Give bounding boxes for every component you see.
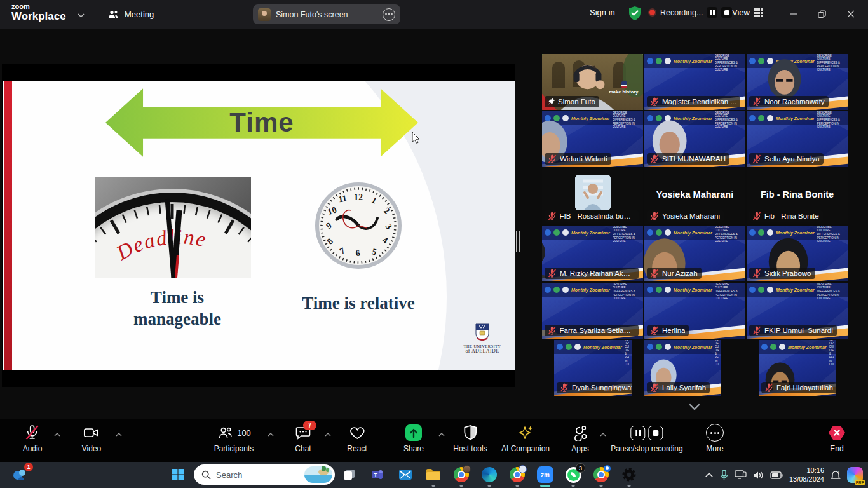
tab-meeting[interactable]: Meeting xyxy=(100,0,161,29)
toolbar-more-button[interactable]: More xyxy=(706,424,724,453)
toolbar-react-button[interactable]: React xyxy=(347,424,367,453)
participant-tile[interactable]: Monthly ZoominarTRAIT: A TOOL TO DESCRIB… xyxy=(644,54,745,110)
participant-tile[interactable]: make history.Simon Futo xyxy=(542,54,643,110)
participant-display-name: Yosieka Maharani xyxy=(644,189,745,200)
toolbar-apps-chevron[interactable] xyxy=(600,431,606,438)
stop-recording-button[interactable] xyxy=(649,426,663,440)
participant-tile[interactable]: Monthly ZoominarTRAIT: A TOOL TO DESCRIB… xyxy=(759,340,836,396)
pause-recording-button[interactable] xyxy=(631,426,646,440)
participant-tile[interactable]: Monthly ZoominarTRAIT: A TOOL TO DESCRIB… xyxy=(554,340,632,396)
tray-notifications-icon[interactable]: z xyxy=(831,470,841,480)
toolbar-end-button[interactable]: End xyxy=(827,424,846,453)
toolbar-participants-button[interactable]: 100Participants xyxy=(214,424,254,453)
taskbar-app-settings[interactable] xyxy=(620,465,639,484)
toolbar-label: Chat xyxy=(295,444,311,453)
copilot-pre-badge: PRE xyxy=(855,480,865,485)
restore-button[interactable] xyxy=(808,0,835,28)
participant-tile[interactable]: Monthly ZoominarTRAIT: A TOOL TO DESCRIB… xyxy=(747,283,848,339)
copilot-icon[interactable]: PRE xyxy=(847,467,863,483)
taskbar-app-taskview[interactable] xyxy=(340,465,359,484)
banner-logo-icon xyxy=(758,115,764,121)
tray-speaker-icon[interactable] xyxy=(753,471,764,480)
banner-subtitle: TRAIT: A TOOL TO DESCRIBE CULTURE DIFFER… xyxy=(817,111,845,129)
participant-tile[interactable]: FIB - Rossalinda budi ... xyxy=(542,168,643,224)
banner-title: Monthly Zoominar xyxy=(776,116,815,121)
participant-tile[interactable]: Yosieka MaharaniYosieka Maharani xyxy=(644,168,745,224)
muted-mic-icon xyxy=(649,383,660,393)
stop-recording-icon[interactable] xyxy=(721,7,732,18)
participant-tile[interactable]: Monthly ZoominarTRAIT: A TOOL TO DESCRIB… xyxy=(542,283,643,339)
taskbar-app-chrome2[interactable] xyxy=(508,465,527,484)
muted-mic-icon xyxy=(547,325,557,336)
toolbar-participants-chevron[interactable] xyxy=(268,431,274,438)
widgets-badge: 1 xyxy=(24,463,33,471)
participant-tile[interactable]: Monthly ZoominarTRAIT: A TOOL TO DESCRIB… xyxy=(644,340,721,396)
toolbar-video-button[interactable]: Video xyxy=(82,424,101,453)
participant-tile[interactable]: Monthly ZoominarTRAIT: A TOOL TO DESCRIB… xyxy=(542,226,643,281)
view-button[interactable]: View xyxy=(732,8,764,17)
panel-resize-handle[interactable] xyxy=(516,231,521,252)
pause-recording-icon[interactable] xyxy=(707,7,717,18)
taskbar-search[interactable]: Search xyxy=(194,464,335,485)
share-icon xyxy=(405,424,422,441)
security-shield-icon[interactable] xyxy=(628,6,642,21)
close-button[interactable] xyxy=(837,0,864,28)
participant-name-label: SITI MUNAWARAH xyxy=(647,153,729,165)
svg-text:T: T xyxy=(374,472,377,478)
toolbar-chat-button[interactable]: 7Chat xyxy=(295,424,311,453)
toolbar-record-button[interactable]: Pause/stop recording xyxy=(611,424,682,453)
participant-tile[interactable]: Fib - Rina BoniteFib - Rina Bonite xyxy=(747,168,848,224)
chrome-icon xyxy=(593,467,609,482)
title-bar: zoom Workplace Meeting Simon Futo's scre… xyxy=(0,0,868,29)
toolbar-audio-chevron[interactable] xyxy=(54,431,60,438)
tray-microphone-icon[interactable] xyxy=(720,470,728,480)
muted-mic-icon xyxy=(752,211,762,221)
taskbar-app-mail[interactable] xyxy=(396,465,415,484)
taskbar-app-teams[interactable]: T xyxy=(368,465,387,484)
tray-chevron-up-icon[interactable] xyxy=(705,472,714,478)
participant-tile[interactable]: Monthly ZoominarTRAIT: A TOOL TO DESCRIB… xyxy=(747,111,848,167)
slide-title: Time xyxy=(229,107,294,138)
participant-tile[interactable]: Monthly ZoominarTRAIT: A TOOL TO DESCRIB… xyxy=(542,111,643,167)
participant-tile[interactable]: Monthly ZoominarTRAIT: A TOOL TO DESCRIB… xyxy=(747,54,848,110)
toolbar-apps-button[interactable]: Apps xyxy=(571,424,588,453)
more-options-icon[interactable] xyxy=(383,8,395,21)
participant-tile[interactable]: Monthly ZoominarTRAIT: A TOOL TO DESCRIB… xyxy=(747,226,848,281)
muted-mic-icon xyxy=(649,211,660,221)
taskbar-app-zoom[interactable]: zm xyxy=(536,465,555,484)
toolbar-share-button[interactable]: Share xyxy=(403,424,424,453)
taskbar-app-start[interactable] xyxy=(168,465,187,484)
minimize-button[interactable] xyxy=(780,0,807,28)
toolbar-chat-chevron[interactable] xyxy=(325,431,331,438)
banner-logo-icon xyxy=(656,58,662,64)
toolbar-audio-button[interactable]: Audio xyxy=(23,424,43,453)
chevron-down-icon[interactable] xyxy=(78,11,85,19)
tray-display-icon[interactable] xyxy=(735,470,747,480)
taskbar-app-edge[interactable] xyxy=(480,465,499,484)
taskbar-app-chrome3[interactable] xyxy=(592,465,611,484)
sign-in-button[interactable]: Sign in xyxy=(590,8,615,17)
participant-tile[interactable]: Monthly ZoominarTRAIT: A TOOL TO DESCRIB… xyxy=(644,226,745,281)
participant-tile[interactable]: Monthly ZoominarTRAIT: A TOOL TO DESCRIB… xyxy=(644,283,745,339)
toolbar-video-chevron[interactable] xyxy=(116,431,122,438)
scroll-down-button[interactable] xyxy=(685,400,704,413)
participant-name-label: Fajri Hidayatullah xyxy=(761,382,836,393)
tray-battery-icon[interactable] xyxy=(770,471,783,479)
recording-label: Recording... xyxy=(660,8,703,17)
taskbar-app-whatsapp[interactable]: 3 xyxy=(564,465,583,484)
mail-icon xyxy=(398,468,412,482)
toolbar-share-chevron[interactable] xyxy=(438,431,445,438)
participant-name-label: Fib - Rina Bonite xyxy=(749,210,823,222)
tray-date: 13/08/2024 xyxy=(789,475,824,484)
people-icon xyxy=(108,10,119,20)
toolbar-ai-button[interactable]: AI Companion xyxy=(501,424,550,453)
taskbar-clock[interactable]: 10:16 13/08/2024 xyxy=(789,466,824,484)
banner-logo-icon xyxy=(557,344,563,350)
taskbar-app-explorer[interactable] xyxy=(424,465,443,484)
taskbar-app-chrome1[interactable] xyxy=(452,465,471,484)
participant-tile[interactable]: Monthly ZoominarTRAIT: A TOOL TO DESCRIB… xyxy=(644,111,745,167)
toolbar-host-button[interactable]: Host tools xyxy=(453,424,487,453)
tab-shared-screen[interactable]: Simon Futo's screen xyxy=(253,4,400,24)
ai-companion-icon xyxy=(517,424,534,441)
taskbar-widgets-icon[interactable]: 1 xyxy=(11,465,30,484)
